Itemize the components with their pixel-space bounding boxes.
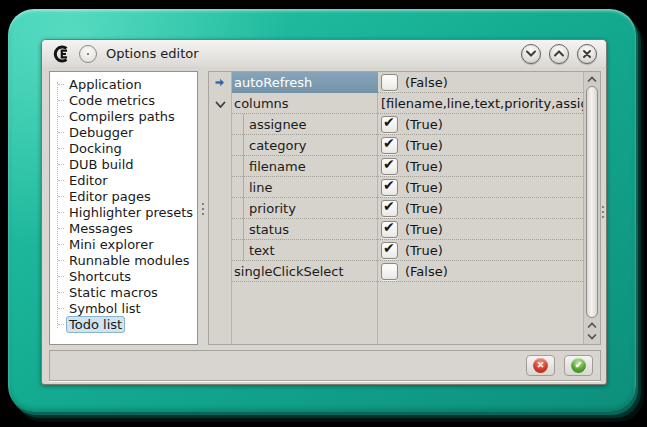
property-name: category xyxy=(249,138,306,153)
sidebar-item-label: Todo list xyxy=(66,316,125,333)
sidebar-item-selected[interactable]: Todo list xyxy=(50,316,197,332)
close-button[interactable] xyxy=(577,44,597,64)
property-name-cell[interactable]: line xyxy=(232,177,378,198)
property-name-cell[interactable]: category xyxy=(232,135,378,156)
sidebar-item[interactable]: Code metrics xyxy=(50,92,197,108)
property-value: (True) xyxy=(405,243,443,258)
row-gutter xyxy=(209,261,232,282)
sidebar-item-label: DUB build xyxy=(66,156,137,173)
property-value-cell[interactable]: [filename,line,text,priority,assigne xyxy=(378,93,583,114)
property-value-cell[interactable]: (False) xyxy=(378,72,583,93)
property-value: (True) xyxy=(405,138,443,153)
property-row-category[interactable]: category (True) xyxy=(209,135,583,156)
value-checkbox[interactable] xyxy=(381,158,398,175)
row-gutter xyxy=(209,135,232,156)
property-name-cell[interactable]: status xyxy=(232,219,378,240)
chevron-down-icon xyxy=(587,333,597,340)
scroll-up-button[interactable] xyxy=(584,74,600,85)
sidebar-item[interactable]: Shortcuts xyxy=(50,268,197,284)
chevron-up-icon xyxy=(587,322,597,329)
ok-button[interactable] xyxy=(564,355,593,376)
sidebar-item[interactable]: Symbol list xyxy=(50,300,197,316)
property-row-autoRefresh[interactable]: autoRefresh (False) xyxy=(209,72,583,93)
property-name: singleClickSelect xyxy=(234,264,344,279)
property-row-priority[interactable]: priority (True) xyxy=(209,198,583,219)
sidebar-item[interactable]: Highlighter presets xyxy=(50,204,197,220)
property-grid: autoRefresh (False) columns [filename,li… xyxy=(208,71,601,345)
scroll-up-button-bottom[interactable] xyxy=(584,320,600,331)
window-menu-button[interactable] xyxy=(79,45,97,63)
row-gutter xyxy=(209,156,232,177)
value-checkbox[interactable] xyxy=(381,200,398,217)
window-title: Options editor xyxy=(106,46,199,61)
sidebar-item[interactable]: Application xyxy=(50,76,197,92)
sidebar-item[interactable]: Editor pages xyxy=(50,188,197,204)
property-row-status[interactable]: status (True) xyxy=(209,219,583,240)
sidebar-item[interactable]: Debugger xyxy=(50,124,197,140)
titlebar[interactable]: Options editor xyxy=(42,40,606,67)
splitter-grip-icon[interactable] xyxy=(202,203,204,216)
sidebar-item[interactable]: Static macros xyxy=(50,284,197,300)
property-value-cell[interactable]: (True) xyxy=(378,135,583,156)
property-name-cell[interactable]: columns xyxy=(232,93,378,114)
maximize-button[interactable] xyxy=(549,44,569,64)
property-value-cell[interactable]: (True) xyxy=(378,177,583,198)
property-name: autoRefresh xyxy=(234,75,312,90)
sidebar-item[interactable]: Compilers paths xyxy=(50,108,197,124)
property-name: line xyxy=(249,180,272,195)
property-name-cell[interactable]: singleClickSelect xyxy=(232,261,378,282)
property-row-singleClickSelect[interactable]: singleClickSelect (False) xyxy=(209,261,583,282)
value-checkbox[interactable] xyxy=(381,179,398,196)
property-name-cell[interactable]: assignee xyxy=(232,114,378,135)
minimize-button[interactable] xyxy=(521,44,541,64)
property-name-cell[interactable]: priority xyxy=(232,198,378,219)
property-value: (False) xyxy=(405,264,448,279)
value-checkbox[interactable] xyxy=(381,137,398,154)
value-checkbox[interactable] xyxy=(381,221,398,238)
value-checkbox[interactable] xyxy=(381,242,398,259)
property-row-columns[interactable]: columns [filename,line,text,priority,ass… xyxy=(209,93,583,114)
property-value-cell[interactable]: (True) xyxy=(378,240,583,261)
sidebar-item[interactable]: Editor xyxy=(50,172,197,188)
sidebar-item[interactable]: DUB build xyxy=(50,156,197,172)
window-resize-grip-icon[interactable] xyxy=(602,206,604,219)
value-checkbox[interactable] xyxy=(381,263,398,280)
property-row-text[interactable]: text (True) xyxy=(209,240,583,261)
property-name: columns xyxy=(234,96,289,111)
row-gutter xyxy=(209,114,232,135)
sidebar-splitter[interactable] xyxy=(198,71,208,345)
cancel-button[interactable] xyxy=(526,355,555,376)
property-name-cell[interactable]: text xyxy=(232,240,378,261)
sidebar-item-label: Compilers paths xyxy=(66,108,178,125)
sidebar-item[interactable]: Mini explorer xyxy=(50,236,197,252)
property-name-cell[interactable]: autoRefresh xyxy=(232,72,378,93)
sidebar-item-label: Runnable modules xyxy=(66,252,193,269)
property-row-assignee[interactable]: assignee (True) xyxy=(209,114,583,135)
value-checkbox[interactable] xyxy=(381,116,398,133)
value-checkbox[interactable] xyxy=(381,74,398,91)
chevron-up-icon xyxy=(553,49,565,58)
sidebar-item[interactable]: Docking xyxy=(50,140,197,156)
property-value: [filename,line,text,priority,assigne xyxy=(381,96,583,111)
sidebar-item[interactable]: Messages xyxy=(50,220,197,236)
sidebar-item-label: Symbol list xyxy=(66,300,144,317)
property-value-cell[interactable]: (True) xyxy=(378,198,583,219)
sidebar-item[interactable]: Runnable modules xyxy=(50,252,197,268)
row-gutter xyxy=(209,93,232,114)
row-gutter xyxy=(209,240,232,261)
property-value: (True) xyxy=(405,201,443,216)
options-tree[interactable]: Application Code metrics Compilers paths… xyxy=(50,76,197,344)
property-row-filename[interactable]: filename (True) xyxy=(209,156,583,177)
property-value-cell[interactable]: (True) xyxy=(378,219,583,240)
property-value-cell[interactable]: (True) xyxy=(378,114,583,135)
property-value-cell[interactable]: (False) xyxy=(378,261,583,282)
property-row-line[interactable]: line (True) xyxy=(209,177,583,198)
sidebar-item-label: Editor xyxy=(66,172,110,189)
property-name-cell[interactable]: filename xyxy=(232,156,378,177)
sidebar: Application Code metrics Compilers paths… xyxy=(49,71,198,345)
scrollbar-thumb[interactable] xyxy=(586,86,598,318)
row-gutter xyxy=(209,219,232,240)
scroll-down-button[interactable] xyxy=(584,331,600,342)
property-value-cell[interactable]: (True) xyxy=(378,156,583,177)
grid-scrollbar[interactable] xyxy=(583,72,600,344)
